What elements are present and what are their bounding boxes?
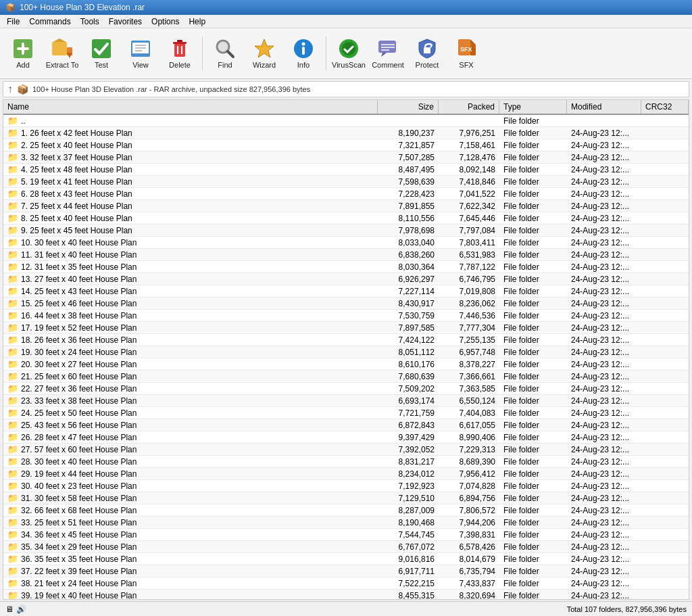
test-button[interactable]: Test [82, 32, 120, 75]
file-crc [641, 425, 689, 426]
file-modified: 24-Aug-23 12:... [567, 383, 641, 394]
table-row[interactable]: 📁18. 26 feet x 36 feet House Plan 7,424,… [3, 334, 689, 346]
col-modified[interactable]: Modified [567, 100, 641, 114]
protect-button[interactable]: Protect [408, 32, 446, 75]
table-row[interactable]: 📁26. 28 feet x 47 feet House Plan 9,397,… [3, 431, 689, 444]
comment-button[interactable]: Comment [369, 32, 407, 75]
info-button[interactable]: Info [285, 32, 322, 75]
file-crc [641, 485, 689, 487]
table-row[interactable]: 📁12. 31 feet x 35 feet House Plan 8,030,… [3, 261, 689, 273]
file-modified: 24-Aug-23 12:... [567, 335, 641, 346]
file-packed: 7,622,342 [439, 201, 499, 212]
column-headers: Name Size Packed Type Modified CRC32 [3, 100, 689, 115]
table-row[interactable]: 📁1. 26 feet x 42 feet House Plan 8,190,2… [3, 127, 689, 139]
folder-icon: 📁 [7, 383, 18, 394]
col-packed[interactable]: Packed [439, 100, 499, 114]
col-type[interactable]: Type [499, 100, 567, 114]
table-row[interactable]: 📁8. 25 feet x 40 feet House Plan 8,110,5… [3, 212, 689, 224]
table-row[interactable]: 📁.. File folder [3, 115, 689, 127]
file-type: File folder [499, 566, 567, 577]
file-crc [641, 583, 689, 584]
wizard-button[interactable]: Wizard [245, 32, 283, 75]
folder-icon: 📁 [7, 237, 18, 247]
menu-item-tools[interactable]: Tools [76, 16, 103, 28]
table-row[interactable]: 📁23. 33 feet x 38 feet House Plan 6,693,… [3, 395, 689, 407]
table-row[interactable]: 📁33. 25 feet x 51 feet House Plan 8,190,… [3, 517, 689, 529]
table-row[interactable]: 📁10. 30 feet x 40 feet House Plan 8,033,… [3, 237, 689, 249]
file-packed: 7,797,084 [439, 225, 499, 236]
table-row[interactable]: 📁21. 25 feet x 60 feet House Plan 7,680,… [3, 371, 689, 383]
file-packed: 6,746,795 [439, 274, 499, 285]
menu-item-help[interactable]: Help [184, 16, 209, 28]
find-button[interactable]: Find [206, 32, 244, 75]
file-packed: 7,074,828 [439, 481, 499, 492]
table-row[interactable]: 📁4. 25 feet x 48 feet House Plan 8,487,4… [3, 164, 689, 176]
file-packed: 7,806,572 [439, 505, 499, 516]
table-row[interactable]: 📁38. 21 feet x 24 feet House Plan 7,522,… [3, 577, 689, 590]
col-size[interactable]: Size [378, 100, 439, 114]
table-row[interactable]: 📁19. 30 feet x 24 feet House Plan 8,051,… [3, 346, 689, 358]
menu-item-file[interactable]: File [3, 16, 24, 28]
table-row[interactable]: 📁22. 27 feet x 36 feet House Plan 7,509,… [3, 383, 689, 395]
sfx-button[interactable]: SFXSFX [447, 32, 485, 75]
table-row[interactable]: 📁5. 19 feet x 41 feet House Plan 7,598,6… [3, 176, 689, 188]
file-packed: 7,976,251 [439, 128, 499, 139]
menu-item-commands[interactable]: Commands [25, 16, 74, 28]
table-row[interactable]: 📁3. 32 feet x 37 feet House Plan 7,507,2… [3, 151, 689, 164]
table-row[interactable]: 📁14. 25 feet x 43 feet House Plan 7,227,… [3, 285, 689, 298]
file-modified: 24-Aug-23 12:... [567, 164, 641, 175]
menu-item-options[interactable]: Options [147, 16, 183, 28]
table-row[interactable]: 📁27. 57 feet x 60 feet House Plan 7,392,… [3, 444, 689, 456]
add-label: Add [16, 61, 30, 69]
title-bar: 📦 100+ House Plan 3D Elevation .rar [0, 0, 692, 15]
table-row[interactable]: 📁32. 66 feet x 68 feet House Plan 8,287,… [3, 504, 689, 517]
add-icon [12, 38, 34, 60]
table-row[interactable]: 📁7. 25 feet x 44 feet House Plan 7,891,8… [3, 200, 689, 212]
table-row[interactable]: 📁25. 43 feet x 56 feet House Plan 6,872,… [3, 419, 689, 431]
file-modified: 24-Aug-23 12:... [567, 590, 641, 600]
file-type: File folder [499, 213, 567, 224]
table-row[interactable]: 📁37. 22 feet x 39 feet House Plan 6,917,… [3, 565, 689, 577]
table-row[interactable]: 📁35. 34 feet x 29 feet House Plan 6,767,… [3, 541, 689, 553]
col-crc32[interactable]: CRC32 [641, 100, 689, 114]
status-text: Total 107 folders, 827,956,396 bytes [567, 605, 687, 613]
table-row[interactable]: 📁11. 31 feet x 40 feet House Plan 6,838,… [3, 249, 689, 261]
file-type: File folder [499, 116, 567, 126]
add-button[interactable]: Add [4, 32, 42, 75]
table-row[interactable]: 📁28. 30 feet x 40 feet House Plan 8,831,… [3, 456, 689, 468]
table-row[interactable]: 📁2. 25 feet x 40 feet House Plan 7,321,8… [3, 139, 689, 151]
extract-button[interactable]: Extract To [43, 32, 81, 75]
table-row[interactable]: 📁9. 25 feet x 45 feet House Plan 7,978,6… [3, 224, 689, 237]
file-modified: 24-Aug-23 12:... [567, 323, 641, 333]
view-button[interactable]: View [122, 32, 159, 75]
delete-button[interactable]: Delete [161, 32, 199, 75]
file-list-container[interactable]: Name Size Packed Type Modified CRC32 📁..… [3, 99, 689, 600]
table-row[interactable]: 📁17. 19 feet x 52 feet House Plan 7,897,… [3, 322, 689, 334]
file-size: 7,321,857 [378, 140, 439, 151]
folder-icon: 📁 [7, 359, 18, 369]
file-name: 📁17. 19 feet x 52 feet House Plan [3, 322, 378, 333]
folder-icon: 📁 [7, 189, 18, 199]
table-row[interactable]: 📁15. 25 feet x 46 feet House Plan 8,430,… [3, 298, 689, 310]
virusscan-button[interactable]: VirusScan [330, 32, 368, 75]
table-row[interactable]: 📁36. 35 feet x 35 feet House Plan 9,016,… [3, 553, 689, 565]
table-row[interactable]: 📁16. 44 feet x 38 feet House Plan 7,530,… [3, 310, 689, 322]
table-row[interactable]: 📁30. 40 feet x 23 feet House Plan 7,192,… [3, 480, 689, 492]
table-row[interactable]: 📁34. 36 feet x 45 feet House Plan 7,544,… [3, 529, 689, 541]
table-row[interactable]: 📁31. 30 feet x 58 feet House Plan 7,129,… [3, 492, 689, 504]
file-packed: 6,550,124 [439, 396, 499, 406]
folder-icon: 📁 [7, 371, 18, 381]
table-row[interactable]: 📁29. 19 feet x 44 feet House Plan 8,234,… [3, 468, 689, 480]
table-row[interactable]: 📁6. 28 feet x 43 feet House Plan 7,228,4… [3, 188, 689, 200]
col-name[interactable]: Name [3, 100, 378, 114]
menu-item-favorites[interactable]: Favorites [105, 16, 146, 28]
nav-up-arrow[interactable]: ↑ [7, 83, 13, 95]
table-row[interactable]: 📁24. 25 feet x 50 feet House Plan 7,721,… [3, 407, 689, 419]
table-row[interactable]: 📁39. 19 feet x 40 feet House Plan 8,455,… [3, 590, 689, 600]
file-modified: 24-Aug-23 12:... [567, 432, 641, 443]
table-row[interactable]: 📁13. 27 feet x 40 feet House Plan 6,926,… [3, 273, 689, 285]
svg-rect-13 [174, 43, 185, 57]
file-name: 📁16. 44 feet x 38 feet House Plan [3, 310, 378, 321]
title-icon: 📦 [5, 3, 16, 12]
table-row[interactable]: 📁20. 30 feet x 27 feet House Plan 8,610,… [3, 358, 689, 371]
